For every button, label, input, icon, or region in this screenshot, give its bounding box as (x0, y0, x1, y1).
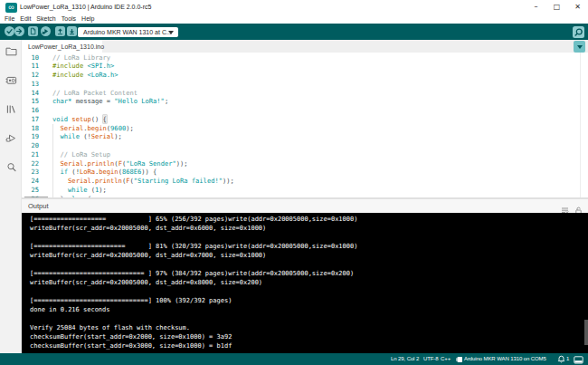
code-line-text: // LoRa Setup (52, 150, 110, 159)
console-line: writeBuffer(scr_addr=0x20005000, dst_add… (30, 278, 588, 287)
minimize-button[interactable]: – (526, 0, 546, 14)
start-debugging-button[interactable] (41, 26, 51, 36)
code-line-text: // LoRa Packet Content (52, 89, 138, 98)
console-line: [============================= ] 97% (38… (30, 269, 588, 278)
status-bar: Ln 29, Col 2 UTF-8 C++ Arduino MKR WAN 1… (0, 353, 588, 365)
debug-file-button[interactable] (28, 26, 38, 36)
board-port-indicator[interactable]: Arduino MKR WAN 1310 on COM5 (464, 353, 546, 365)
line-number: 16 (22, 106, 39, 115)
encoding-indicator[interactable]: UTF-8 (423, 353, 439, 365)
code-line-21: 21 // LoRa Setup (22, 150, 588, 159)
maximize-button[interactable]: □ (546, 0, 567, 14)
code-line-text: #include <SPI.h> (52, 62, 114, 71)
boards-manager-icon[interactable] (5, 73, 18, 87)
output-panel-header: Output (22, 199, 588, 214)
pull-sketch-button[interactable] (67, 26, 77, 36)
serial-monitor-button[interactable] (573, 26, 584, 38)
upload-icon (14, 26, 24, 36)
code-line-23: 23 if (!LoRa.begin(868E6)) { (22, 168, 588, 177)
editor-options-button[interactable] (574, 41, 585, 53)
code-line-24: 24 Serial.println(F("Starting LoRa faile… (22, 177, 588, 186)
line-number: 14 (22, 89, 39, 98)
debug-icon[interactable] (5, 131, 18, 145)
verify-button[interactable] (5, 26, 14, 36)
console-line (30, 233, 588, 242)
line-number: 15 (22, 97, 39, 106)
code-line-19: 19 while (!Serial); (22, 132, 588, 141)
line-number: 19 (22, 132, 39, 141)
verify-icon (5, 26, 14, 36)
menu-edit[interactable]: Edit (20, 15, 31, 22)
console-line: writeBuffer(scr_addr=0x20005000, dst_add… (30, 224, 588, 233)
console-line: Verify 25084 bytes of flash with checksu… (30, 323, 588, 332)
console-line: [==============================] 100% (3… (30, 296, 588, 305)
code-line-text: // LoRa Library (52, 53, 110, 62)
scroll-lock-icon[interactable] (574, 202, 583, 210)
title-bar: ∞ LowPower_LoRa_1310 | Arduino IDE 2.0.0… (0, 0, 588, 14)
dropdown-caret-icon (168, 31, 174, 34)
board-selector-dropdown[interactable]: Arduino MKR WAN 1310 at C... (78, 27, 178, 38)
code-line-20: 20 (22, 141, 588, 150)
code-line-text: if (!LoRa.begin(868E6)) { (52, 168, 156, 177)
code-line-22: 22 Serial.println(F("LoRa Sender")); (22, 159, 588, 168)
menu-help[interactable]: Help (81, 15, 94, 22)
console-line: [======================== ] 81% (320/392… (30, 242, 588, 251)
line-number: 12 (22, 71, 39, 80)
menu-bar: FileEditSketchToolsHelp (0, 14, 588, 24)
activity-sidebar (0, 40, 22, 353)
output-tab-label[interactable]: Output (28, 202, 49, 210)
code-line-text: while (1); (52, 186, 107, 195)
code-line-text: #include <LoRa.h> (52, 71, 119, 80)
code-line-18: 18 Serial.begin(9600); (22, 124, 588, 133)
line-number: 21 (22, 150, 39, 159)
code-line-11: 11#include <SPI.h> (22, 62, 588, 71)
console-line (30, 260, 588, 269)
cursor-position[interactable]: Ln 29, Col 2 (391, 353, 419, 365)
console-line: checksumBuffer(start_addr=0x2000, size=0… (30, 332, 588, 341)
library-manager-icon[interactable] (5, 102, 18, 116)
line-number: 24 (22, 177, 39, 186)
line-number: 11 (22, 62, 39, 71)
close-button[interactable]: ✕ (567, 0, 588, 14)
line-number: 23 (22, 168, 39, 177)
tab-label: LowPower_LoRa_1310.ino (28, 43, 104, 50)
code-line-12: 12#include <LoRa.h> (22, 71, 588, 80)
clear-output-icon[interactable] (561, 202, 569, 210)
upload-button[interactable] (14, 26, 24, 36)
menu-file[interactable]: File (5, 15, 14, 22)
code-line-text: void setup() { (52, 115, 107, 124)
indent-guide (52, 124, 53, 197)
window-title: LowPower_LoRa_1310 | Arduino IDE 2.0.0-r… (20, 4, 151, 10)
push-sketch-button[interactable] (55, 26, 65, 36)
console-line: done in 0.216 seconds (30, 305, 588, 314)
code-line-10: 10// LoRa Library (22, 53, 588, 62)
push-sketch-icon (55, 26, 65, 36)
console-line: checksumBuffer(start_addr=0x3000, size=0… (30, 341, 588, 351)
chevron-down-icon (577, 45, 583, 49)
board-selector-label: Arduino MKR WAN 1310 at C... (83, 29, 172, 35)
console-vertical-scrollbar[interactable] (584, 320, 588, 345)
code-editor[interactable]: 10// LoRa Library11#include <SPI.h>12#in… (22, 53, 588, 197)
toggle-panel-icon[interactable] (574, 356, 583, 364)
output-console[interactable]: [=================== ] 65% (256/392 page… (22, 213, 588, 353)
search-icon[interactable] (5, 160, 18, 174)
line-number: 18 (22, 124, 39, 133)
code-line-25: 25 while (1); (22, 186, 588, 195)
console-line: writeBuffer(scr_addr=0x20005000, dst_add… (30, 251, 588, 260)
sketchbook-folder-icon[interactable] (5, 44, 18, 58)
code-line-text: while (!Serial); (52, 132, 122, 141)
notification-count: 1 (566, 353, 569, 365)
menu-tools[interactable]: Tools (62, 15, 76, 22)
debug-file-icon (28, 26, 38, 36)
arduino-logo-icon: ∞ (5, 3, 17, 13)
code-line-16: 16 (22, 106, 588, 115)
tab-lowpower-lora-1310[interactable]: LowPower_LoRa_1310.ino (22, 40, 102, 53)
line-number: 22 (22, 159, 39, 168)
line-number: 25 (22, 186, 39, 195)
console-line (30, 314, 588, 323)
menu-sketch[interactable]: Sketch (36, 15, 55, 22)
notification-bell-icon[interactable] (557, 355, 565, 363)
pull-sketch-icon (67, 26, 77, 36)
language-indicator[interactable]: C++ (441, 353, 450, 365)
console-line (30, 287, 588, 296)
